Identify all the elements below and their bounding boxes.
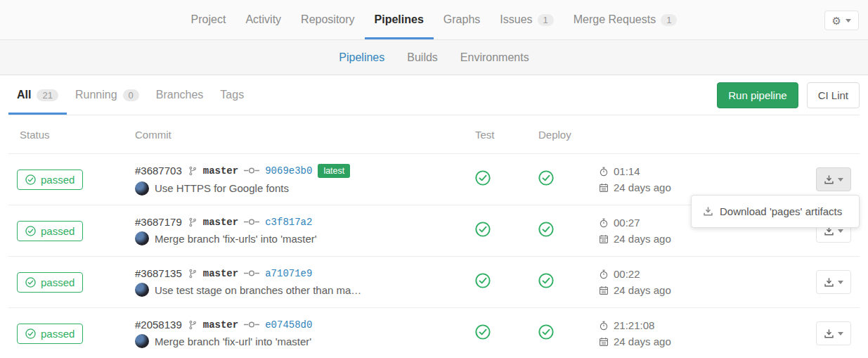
status-badge-passed[interactable]: passed	[17, 272, 83, 293]
status-label: passed	[41, 328, 75, 340]
nav-label: Graphs	[443, 13, 480, 26]
calendar-icon	[599, 286, 609, 295]
pipeline-duration: 00:22	[614, 266, 640, 282]
header-commit: Commit	[135, 129, 467, 141]
test-stage-passed-icon[interactable]	[475, 222, 491, 237]
issues-count-badge: 1	[538, 14, 554, 26]
test-stage-passed-icon[interactable]	[475, 273, 491, 288]
download-icon	[824, 277, 834, 288]
nav-item-activity[interactable]: Activity	[235, 0, 291, 39]
author-avatar[interactable]	[135, 334, 149, 348]
ci-lint-button[interactable]: CI Lint	[807, 82, 860, 108]
subnav-item-environments[interactable]: Environments	[449, 51, 540, 64]
nav-item-repository[interactable]: Repository	[291, 0, 364, 39]
status-badge-passed[interactable]: passed	[17, 221, 83, 241]
commit-sha-link[interactable]: c3f817a2	[265, 217, 312, 228]
nav-item-graphs[interactable]: Graphs	[434, 0, 490, 39]
tab-all[interactable]: All 21	[8, 75, 67, 115]
nav-item-merge-requests[interactable]: Merge Requests 1	[564, 0, 687, 39]
pipeline-id-link[interactable]: #2058139	[135, 319, 182, 331]
pipeline-id-link[interactable]: #3687179	[135, 216, 182, 228]
deploy-stage-passed-icon[interactable]	[538, 170, 554, 186]
check-circle-icon	[25, 328, 36, 339]
nav-label: Issues	[500, 13, 532, 26]
header-test: Test	[467, 129, 530, 141]
branch-link[interactable]: master	[203, 165, 238, 177]
header-status: Status	[8, 129, 135, 141]
download-icon	[824, 328, 834, 339]
caret-down-icon	[846, 19, 851, 23]
pipelines-sub-navigation: Pipelines Builds Environments	[0, 40, 868, 75]
nav-label: Project	[191, 13, 226, 26]
check-circle-icon	[25, 226, 36, 236]
test-stage-passed-icon[interactable]	[475, 170, 491, 186]
caret-down-icon	[838, 178, 843, 181]
commit-message-link[interactable]: Merge branch 'fix-url' into 'master'	[155, 335, 311, 347]
header-deploy: Deploy	[530, 129, 593, 141]
tab-running[interactable]: Running 0	[67, 75, 148, 115]
commit-sha-link[interactable]: 9069e3b0	[265, 165, 312, 177]
commit-message-link[interactable]: Merge branch 'fix-urls' into 'master'	[155, 233, 317, 245]
tab-branches[interactable]: Branches	[148, 75, 212, 115]
git-commit-icon	[244, 166, 259, 175]
git-branch-icon	[188, 166, 197, 176]
nav-label: Activity	[245, 13, 281, 26]
author-avatar[interactable]	[135, 181, 149, 196]
pipeline-row: passed #3687135 master a71071e9 Use test…	[8, 256, 860, 307]
git-commit-icon	[244, 217, 259, 226]
caret-down-icon	[838, 229, 843, 233]
caret-down-icon	[838, 281, 843, 284]
deploy-stage-passed-icon[interactable]	[538, 273, 554, 288]
git-branch-icon	[188, 269, 197, 279]
commit-sha-link[interactable]: e07458d0	[265, 319, 312, 331]
status-badge-passed[interactable]: passed	[17, 324, 83, 344]
commit-message-link[interactable]: Use HTTPS for Google fonts	[155, 182, 289, 194]
tab-tags[interactable]: Tags	[212, 75, 252, 115]
branch-link[interactable]: master	[203, 217, 238, 228]
tab-label: Running	[75, 89, 117, 101]
branch-link[interactable]: master	[203, 319, 238, 331]
subnav-item-builds[interactable]: Builds	[396, 51, 449, 64]
pipeline-finished-at: 24 days ago	[614, 179, 671, 196]
author-avatar[interactable]	[135, 283, 149, 297]
status-badge-passed[interactable]: passed	[17, 170, 83, 190]
pipelines-table-header: Status Commit Test Deploy	[8, 115, 860, 153]
project-settings-dropdown-button[interactable]: ⚙	[824, 11, 859, 30]
git-branch-icon	[188, 320, 197, 330]
commit-message-link[interactable]: Use test stage on branches other than ma…	[155, 284, 361, 296]
branch-link[interactable]: master	[203, 268, 238, 279]
pipelines-filter-tabs: All 21 Running 0 Branches Tags	[8, 75, 252, 115]
pipelines-toolbar: Run pipeline CI Lint	[717, 75, 860, 115]
commit-sha-link[interactable]: a71071e9	[265, 268, 312, 279]
merge-requests-count-badge: 1	[661, 14, 677, 26]
nav-item-pipelines[interactable]: Pipelines	[365, 0, 434, 39]
run-pipeline-button[interactable]: Run pipeline	[717, 82, 798, 108]
project-nav: Project Activity Repository Pipelines Gr…	[181, 0, 687, 39]
tab-label: Tags	[220, 89, 244, 101]
calendar-icon	[599, 337, 609, 347]
pipeline-finished-at: 24 days ago	[614, 231, 671, 247]
download-pages-artifacts-item[interactable]: Download 'pages' artifacts	[692, 201, 859, 222]
download-icon	[824, 174, 834, 185]
nav-item-issues[interactable]: Issues 1	[490, 0, 563, 39]
artifacts-dropdown-button[interactable]	[816, 321, 851, 345]
deploy-stage-passed-icon[interactable]	[538, 222, 554, 237]
artifacts-dropdown-button[interactable]	[816, 270, 851, 294]
deploy-stage-passed-icon[interactable]	[538, 324, 554, 340]
tab-label: All	[17, 89, 31, 101]
author-avatar[interactable]	[135, 231, 149, 245]
calendar-icon	[599, 234, 609, 244]
test-stage-passed-icon[interactable]	[475, 324, 491, 340]
pipeline-duration: 00:27	[614, 215, 640, 231]
subnav-item-pipelines[interactable]: Pipelines	[328, 51, 396, 64]
artifacts-dropdown-button[interactable]	[816, 167, 851, 191]
pipeline-id-link[interactable]: #3687703	[135, 165, 182, 177]
stopwatch-icon	[599, 218, 609, 228]
nav-item-project[interactable]: Project	[181, 0, 236, 39]
status-label: passed	[41, 276, 75, 288]
status-label: passed	[41, 225, 75, 237]
pipeline-row: passed #2058139 master e07458d0 Merge br…	[8, 307, 860, 358]
check-circle-icon	[25, 277, 36, 288]
stopwatch-icon	[599, 269, 609, 279]
pipeline-id-link[interactable]: #3687135	[135, 267, 182, 279]
